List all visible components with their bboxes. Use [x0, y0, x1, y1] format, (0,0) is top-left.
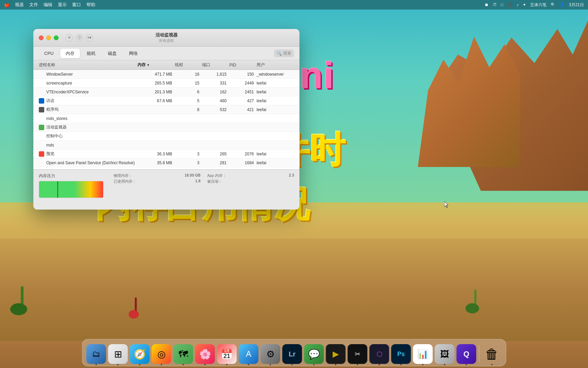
menu-help[interactable]: 帮助: [86, 2, 95, 8]
dock-icon-photoshop[interactable]: Ps: [391, 344, 411, 364]
maximize-button[interactable]: [54, 35, 59, 40]
table-row[interactable]: 活动监视器: [33, 123, 299, 132]
process-pid: 2449: [229, 81, 257, 86]
process-pid: 427: [229, 98, 257, 103]
table-row[interactable]: mds_stores: [33, 114, 299, 123]
tab-network[interactable]: 网络: [124, 49, 143, 58]
table-row[interactable]: 访达 67.6 MB 5 460 427 leefai: [33, 96, 299, 105]
minimize-button[interactable]: [46, 35, 51, 40]
dock-icon-app-store[interactable]: A: [239, 344, 259, 364]
process-name: 预览: [39, 151, 137, 157]
process-ports: 265: [202, 152, 229, 156]
menu-file[interactable]: 文件: [29, 2, 38, 8]
plant-right: [471, 290, 479, 313]
col-threads[interactable]: 线程: [175, 62, 202, 68]
dock-icon-chrome[interactable]: ◎: [152, 344, 172, 364]
dock: 🗂⊞🧭◎🗺🌸3月21A⚙Lr💬▶✂⬡Ps📊🖼Q🗑: [82, 339, 506, 366]
stop-button[interactable]: ✕: [65, 34, 73, 42]
memory-pressure-section: 内存压力 物理内存： 16.00 GB App 内存： 2.3 已: [39, 173, 294, 198]
tab-cpu[interactable]: CPU: [39, 49, 59, 58]
process-memory: 67.6 MB: [137, 98, 175, 103]
search-box[interactable]: 🔍 搜索: [274, 49, 294, 57]
dock-icon-screen-recorder[interactable]: Q: [457, 344, 476, 364]
process-pid: 2076: [229, 152, 257, 156]
process-threads: 16: [175, 72, 202, 77]
search-placeholder: 搜索: [283, 50, 291, 56]
search-icon: 🔍: [277, 51, 282, 56]
col-user[interactable]: 用户: [257, 62, 294, 68]
apple-menu[interactable]: 🍎: [4, 2, 10, 7]
table-row[interactable]: 程序坞 8 532 421 leefai: [33, 105, 299, 114]
table-row[interactable]: Open and Save Panel Service (DaVinci Res…: [33, 158, 299, 167]
table-row[interactable]: mds: [33, 141, 299, 150]
titlebar-info: 活动监视器 所有进程: [156, 32, 178, 43]
process-threads: 3: [175, 160, 202, 165]
input-method[interactable]: 五体六笔: [530, 2, 546, 8]
search-icon[interactable]: 🔍: [551, 2, 556, 7]
menu-window[interactable]: 窗口: [72, 2, 81, 8]
process-table: 进程名称 内存 ▼ 线程 端口 PID 用户 WindowServer 471.…: [33, 60, 299, 183]
table-row[interactable]: 控制中心: [33, 132, 299, 141]
dock-icon-finder[interactable]: 🗂: [86, 344, 106, 364]
process-memory: 35.8 MB: [137, 160, 175, 165]
view-button[interactable]: ≡▾: [86, 34, 93, 42]
dock-icon-capcut[interactable]: ✂: [348, 344, 368, 364]
dock-icon-lightroom[interactable]: Lr: [282, 344, 302, 364]
dock-icon-launchpad[interactable]: ⊞: [108, 344, 128, 364]
dock-icon-calendar[interactable]: 3月21: [217, 344, 237, 364]
table-body: WindowServer 471.7 MB 16 1,615 150 _wind…: [33, 70, 299, 183]
app-name[interactable]: 视器: [15, 2, 24, 8]
tab-disk[interactable]: 磁盘: [102, 49, 122, 58]
dock-icon-image-capture[interactable]: 🖼: [435, 344, 455, 364]
process-ports: 460: [202, 98, 229, 103]
dock-icon-wechat[interactable]: 💬: [304, 344, 324, 364]
table-row[interactable]: screencapture 265.5 MB 15 331 2449 leefa…: [33, 79, 299, 88]
process-pid: 2451: [229, 90, 257, 94]
user-icon[interactable]: 👤: [560, 2, 565, 7]
window-title: 活动监视器: [156, 32, 178, 38]
process-name: Open and Save Panel Service (DaVinci Res…: [39, 160, 137, 166]
process-memory: 201.3 MB: [137, 90, 175, 94]
bottom-panel: 内存压力 物理内存： 16.00 GB App 内存： 2.3 已: [33, 169, 299, 210]
col-memory[interactable]: 内存 ▼: [137, 62, 175, 68]
col-pid[interactable]: PID: [229, 63, 257, 67]
process-memory: 265.5 MB: [137, 81, 175, 86]
process-ports: 331: [202, 81, 229, 86]
dock-icon-final-cut-pro[interactable]: ▶: [326, 344, 346, 364]
process-name: mds_stores: [39, 116, 137, 121]
process-threads: 3: [175, 152, 202, 156]
menu-edit[interactable]: 编辑: [44, 2, 52, 8]
process-name: screencapture: [39, 80, 137, 86]
dock-icon-safari[interactable]: 🧭: [130, 344, 150, 364]
table-row[interactable]: WindowServer 471.7 MB 16 1,615 150 _wind…: [33, 70, 299, 79]
screen-icon: □: [501, 2, 503, 7]
music-icon: ♪: [517, 2, 519, 7]
process-user: leefai: [257, 152, 294, 156]
process-name: 程序坞: [39, 107, 137, 112]
dock-icon-trash[interactable]: 🗑: [482, 344, 502, 364]
dock-icon-activity-monitor[interactable]: 📊: [413, 344, 433, 364]
table-row[interactable]: 预览 36.3 MB 3 265 2076 leefai: [33, 150, 299, 158]
dock-icon-photos[interactable]: 🌸: [195, 344, 215, 364]
physical-mem-row: 物理内存： 16.00 GB: [114, 173, 200, 178]
pressure-label: 内存压力: [39, 173, 107, 179]
process-user: _windowserver: [257, 72, 294, 77]
col-name[interactable]: 进程名称: [39, 62, 137, 68]
process-name: mds: [39, 142, 137, 148]
col-ports[interactable]: 端口: [202, 62, 229, 68]
dock-icon-maps[interactable]: 🗺: [174, 344, 193, 364]
date-time: 3月21日: [569, 2, 584, 8]
table-row[interactable]: VTEncoderXPCService 201.3 MB 6 162 2451 …: [33, 88, 299, 96]
menu-view[interactable]: 显示: [58, 2, 67, 8]
dock-icon-davinci-resolve[interactable]: ⬡: [370, 344, 389, 364]
process-threads: 8: [175, 107, 202, 112]
bluetooth-icon: ✦: [523, 2, 526, 7]
info-button[interactable]: ⓘ: [76, 34, 83, 42]
close-button[interactable]: [39, 35, 44, 40]
dock-icon-system-preferences[interactable]: ⚙: [261, 344, 280, 364]
tab-memory[interactable]: 内存: [60, 49, 80, 58]
process-pid: 1684: [229, 160, 257, 165]
titlebar: ✕ ⓘ ≡▾ 活动监视器 所有进程: [33, 29, 299, 47]
tab-energy[interactable]: 能耗: [81, 49, 101, 58]
plant-left: [17, 286, 27, 315]
